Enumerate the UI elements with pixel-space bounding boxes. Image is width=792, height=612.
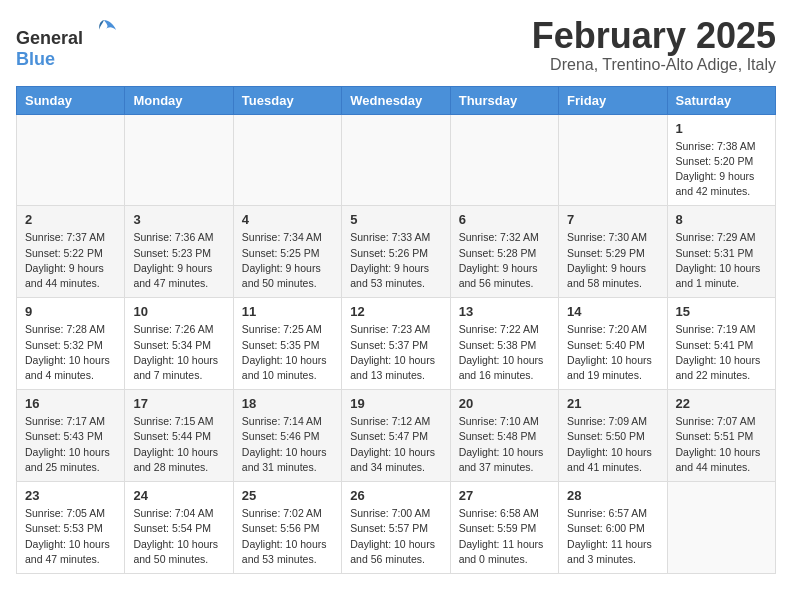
day-number: 7 — [567, 212, 658, 227]
calendar-cell: 19Sunrise: 7:12 AM Sunset: 5:47 PM Dayli… — [342, 390, 450, 482]
day-number: 1 — [676, 121, 767, 136]
day-info: Sunrise: 7:19 AM Sunset: 5:41 PM Dayligh… — [676, 322, 767, 383]
logo-text: General Blue — [16, 16, 118, 70]
calendar-cell: 21Sunrise: 7:09 AM Sunset: 5:50 PM Dayli… — [559, 390, 667, 482]
logo-blue: Blue — [16, 49, 55, 69]
calendar-cell: 23Sunrise: 7:05 AM Sunset: 5:53 PM Dayli… — [17, 482, 125, 574]
logo: General Blue — [16, 16, 118, 70]
day-info: Sunrise: 7:29 AM Sunset: 5:31 PM Dayligh… — [676, 230, 767, 291]
day-number: 11 — [242, 304, 333, 319]
calendar-cell: 27Sunrise: 6:58 AM Sunset: 5:59 PM Dayli… — [450, 482, 558, 574]
calendar-cell — [125, 114, 233, 206]
day-info: Sunrise: 7:32 AM Sunset: 5:28 PM Dayligh… — [459, 230, 550, 291]
day-info: Sunrise: 7:38 AM Sunset: 5:20 PM Dayligh… — [676, 139, 767, 200]
day-number: 26 — [350, 488, 441, 503]
calendar-table: SundayMondayTuesdayWednesdayThursdayFrid… — [16, 86, 776, 574]
day-number: 6 — [459, 212, 550, 227]
calendar-cell: 8Sunrise: 7:29 AM Sunset: 5:31 PM Daylig… — [667, 206, 775, 298]
day-number: 25 — [242, 488, 333, 503]
day-info: Sunrise: 7:02 AM Sunset: 5:56 PM Dayligh… — [242, 506, 333, 567]
calendar-cell: 11Sunrise: 7:25 AM Sunset: 5:35 PM Dayli… — [233, 298, 341, 390]
day-info: Sunrise: 7:30 AM Sunset: 5:29 PM Dayligh… — [567, 230, 658, 291]
calendar-cell — [233, 114, 341, 206]
calendar-cell: 13Sunrise: 7:22 AM Sunset: 5:38 PM Dayli… — [450, 298, 558, 390]
calendar-cell: 9Sunrise: 7:28 AM Sunset: 5:32 PM Daylig… — [17, 298, 125, 390]
weekday-header-thursday: Thursday — [450, 86, 558, 114]
day-info: Sunrise: 7:25 AM Sunset: 5:35 PM Dayligh… — [242, 322, 333, 383]
calendar-cell: 17Sunrise: 7:15 AM Sunset: 5:44 PM Dayli… — [125, 390, 233, 482]
calendar-cell: 25Sunrise: 7:02 AM Sunset: 5:56 PM Dayli… — [233, 482, 341, 574]
day-number: 21 — [567, 396, 658, 411]
calendar-cell — [667, 482, 775, 574]
calendar-week-row: 23Sunrise: 7:05 AM Sunset: 5:53 PM Dayli… — [17, 482, 776, 574]
weekday-header-saturday: Saturday — [667, 86, 775, 114]
logo-general: General — [16, 28, 83, 48]
logo-bird-icon — [90, 16, 118, 44]
day-number: 5 — [350, 212, 441, 227]
calendar-cell — [559, 114, 667, 206]
day-number: 28 — [567, 488, 658, 503]
day-info: Sunrise: 7:34 AM Sunset: 5:25 PM Dayligh… — [242, 230, 333, 291]
day-info: Sunrise: 7:36 AM Sunset: 5:23 PM Dayligh… — [133, 230, 224, 291]
calendar-week-row: 16Sunrise: 7:17 AM Sunset: 5:43 PM Dayli… — [17, 390, 776, 482]
location-subtitle: Drena, Trentino-Alto Adige, Italy — [532, 56, 776, 74]
calendar-cell: 16Sunrise: 7:17 AM Sunset: 5:43 PM Dayli… — [17, 390, 125, 482]
day-info: Sunrise: 7:17 AM Sunset: 5:43 PM Dayligh… — [25, 414, 116, 475]
day-number: 27 — [459, 488, 550, 503]
calendar-cell: 12Sunrise: 7:23 AM Sunset: 5:37 PM Dayli… — [342, 298, 450, 390]
day-number: 2 — [25, 212, 116, 227]
calendar-cell: 18Sunrise: 7:14 AM Sunset: 5:46 PM Dayli… — [233, 390, 341, 482]
calendar-week-row: 9Sunrise: 7:28 AM Sunset: 5:32 PM Daylig… — [17, 298, 776, 390]
calendar-cell: 15Sunrise: 7:19 AM Sunset: 5:41 PM Dayli… — [667, 298, 775, 390]
calendar-cell — [17, 114, 125, 206]
weekday-header-row: SundayMondayTuesdayWednesdayThursdayFrid… — [17, 86, 776, 114]
calendar-cell: 7Sunrise: 7:30 AM Sunset: 5:29 PM Daylig… — [559, 206, 667, 298]
calendar-week-row: 1Sunrise: 7:38 AM Sunset: 5:20 PM Daylig… — [17, 114, 776, 206]
calendar-week-row: 2Sunrise: 7:37 AM Sunset: 5:22 PM Daylig… — [17, 206, 776, 298]
day-info: Sunrise: 7:14 AM Sunset: 5:46 PM Dayligh… — [242, 414, 333, 475]
month-title: February 2025 — [532, 16, 776, 56]
calendar-cell — [450, 114, 558, 206]
day-number: 23 — [25, 488, 116, 503]
day-info: Sunrise: 7:00 AM Sunset: 5:57 PM Dayligh… — [350, 506, 441, 567]
day-info: Sunrise: 7:22 AM Sunset: 5:38 PM Dayligh… — [459, 322, 550, 383]
day-info: Sunrise: 7:04 AM Sunset: 5:54 PM Dayligh… — [133, 506, 224, 567]
page-header: General Blue February 2025 Drena, Trenti… — [16, 16, 776, 74]
calendar-cell: 20Sunrise: 7:10 AM Sunset: 5:48 PM Dayli… — [450, 390, 558, 482]
day-number: 20 — [459, 396, 550, 411]
calendar-cell: 10Sunrise: 7:26 AM Sunset: 5:34 PM Dayli… — [125, 298, 233, 390]
day-number: 12 — [350, 304, 441, 319]
weekday-header-tuesday: Tuesday — [233, 86, 341, 114]
day-number: 15 — [676, 304, 767, 319]
calendar-cell: 6Sunrise: 7:32 AM Sunset: 5:28 PM Daylig… — [450, 206, 558, 298]
day-number: 3 — [133, 212, 224, 227]
day-info: Sunrise: 7:09 AM Sunset: 5:50 PM Dayligh… — [567, 414, 658, 475]
day-info: Sunrise: 6:58 AM Sunset: 5:59 PM Dayligh… — [459, 506, 550, 567]
weekday-header-monday: Monday — [125, 86, 233, 114]
title-block: February 2025 Drena, Trentino-Alto Adige… — [532, 16, 776, 74]
day-info: Sunrise: 7:05 AM Sunset: 5:53 PM Dayligh… — [25, 506, 116, 567]
day-info: Sunrise: 7:12 AM Sunset: 5:47 PM Dayligh… — [350, 414, 441, 475]
day-info: Sunrise: 7:15 AM Sunset: 5:44 PM Dayligh… — [133, 414, 224, 475]
day-number: 4 — [242, 212, 333, 227]
day-number: 24 — [133, 488, 224, 503]
day-info: Sunrise: 7:26 AM Sunset: 5:34 PM Dayligh… — [133, 322, 224, 383]
day-info: Sunrise: 7:28 AM Sunset: 5:32 PM Dayligh… — [25, 322, 116, 383]
calendar-cell: 1Sunrise: 7:38 AM Sunset: 5:20 PM Daylig… — [667, 114, 775, 206]
calendar-cell: 26Sunrise: 7:00 AM Sunset: 5:57 PM Dayli… — [342, 482, 450, 574]
day-number: 16 — [25, 396, 116, 411]
day-info: Sunrise: 7:07 AM Sunset: 5:51 PM Dayligh… — [676, 414, 767, 475]
day-number: 8 — [676, 212, 767, 227]
calendar-cell: 28Sunrise: 6:57 AM Sunset: 6:00 PM Dayli… — [559, 482, 667, 574]
day-number: 13 — [459, 304, 550, 319]
calendar-cell: 5Sunrise: 7:33 AM Sunset: 5:26 PM Daylig… — [342, 206, 450, 298]
calendar-cell: 14Sunrise: 7:20 AM Sunset: 5:40 PM Dayli… — [559, 298, 667, 390]
day-info: Sunrise: 7:37 AM Sunset: 5:22 PM Dayligh… — [25, 230, 116, 291]
day-info: Sunrise: 7:23 AM Sunset: 5:37 PM Dayligh… — [350, 322, 441, 383]
day-info: Sunrise: 7:33 AM Sunset: 5:26 PM Dayligh… — [350, 230, 441, 291]
weekday-header-sunday: Sunday — [17, 86, 125, 114]
day-number: 22 — [676, 396, 767, 411]
calendar-cell: 22Sunrise: 7:07 AM Sunset: 5:51 PM Dayli… — [667, 390, 775, 482]
day-number: 9 — [25, 304, 116, 319]
day-info: Sunrise: 6:57 AM Sunset: 6:00 PM Dayligh… — [567, 506, 658, 567]
